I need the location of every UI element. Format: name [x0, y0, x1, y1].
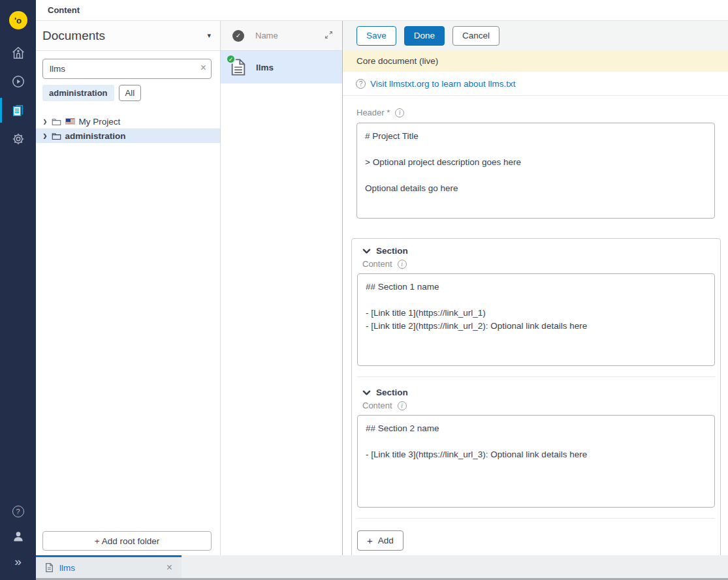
tree-item-label: administration	[65, 131, 126, 141]
done-button[interactable]: Done	[404, 26, 445, 46]
expand-panel-icon[interactable]	[324, 30, 333, 42]
home-icon[interactable]	[0, 38, 36, 67]
chevron-down-icon[interactable]: ▾	[207, 31, 211, 40]
section-title: Section	[376, 246, 408, 256]
logo-glyph: 'o	[14, 16, 22, 25]
filter-chip-administration[interactable]: administration	[42, 85, 114, 101]
search-input[interactable]	[42, 59, 212, 79]
info-icon[interactable]: i	[395, 108, 404, 117]
header-field-textarea[interactable]: # Project Title > Optional project descr…	[356, 123, 715, 219]
check-glyph: ✓	[229, 56, 234, 63]
live-check-badge: ✓	[226, 54, 236, 64]
chevron-down-icon[interactable]	[362, 248, 371, 254]
documents-icon[interactable]	[0, 96, 36, 125]
chevron-down-icon[interactable]	[362, 389, 371, 396]
list-item-llms[interactable]: ✓ llms	[221, 51, 342, 84]
section-header[interactable]: Section	[357, 388, 715, 397]
document-editor-panel: Save Done Cancel Core document (live) ? …	[342, 21, 728, 555]
cancel-button[interactable]: Cancel	[452, 26, 499, 46]
documents-panel-header[interactable]: Documents ▾	[36, 21, 220, 51]
close-tab-icon[interactable]: ×	[166, 562, 172, 573]
section-divider	[357, 376, 715, 377]
top-bar: Content	[36, 0, 728, 21]
help-icon[interactable]: ?	[0, 499, 36, 524]
header-field-label-row: Header * i	[356, 108, 715, 117]
status-banner-text: Core document (live)	[356, 56, 438, 66]
content-label: Content	[362, 259, 392, 269]
header-field-label: Header *	[356, 108, 390, 117]
section-block-1: Section Content i ## Section 1 name - [L…	[357, 246, 715, 366]
content-label-row: Content i	[357, 259, 715, 269]
info-glyph: i	[401, 403, 403, 409]
add-section-label: Add	[378, 536, 394, 545]
section-title: Section	[376, 388, 408, 397]
info-glyph: i	[399, 110, 401, 116]
filter-chip-all[interactable]: All	[119, 85, 141, 101]
chevron-right-icon[interactable]: ❯	[42, 119, 47, 125]
chevron-right-icon[interactable]: ❯	[42, 133, 47, 139]
open-document-tab-llms[interactable]: llms ×	[36, 555, 182, 578]
user-icon[interactable]	[0, 524, 36, 549]
document-icon	[45, 562, 54, 573]
section-header[interactable]: Section	[357, 246, 715, 256]
double-chevron-glyph: »	[14, 555, 22, 568]
tree-item-administration[interactable]: ❯ administration	[36, 129, 220, 143]
content-label: Content	[362, 401, 392, 410]
section-1-textarea[interactable]: ## Section 1 name - [Link title 1](https…	[357, 273, 715, 366]
llmstxt-help-link[interactable]: Visit llmstxt.org to learn about llms.tx…	[370, 79, 516, 89]
plus-icon: +	[367, 535, 373, 546]
status-banner: Core document (live)	[343, 50, 728, 72]
column-header-name[interactable]: Name	[255, 31, 324, 40]
info-icon[interactable]: i	[398, 260, 407, 269]
clear-search-icon[interactable]: ×	[200, 62, 206, 74]
folder-icon	[52, 132, 61, 140]
app-window: 'o	[0, 0, 728, 580]
section-2-textarea[interactable]: ## Section 2 name - [Link title 3](https…	[357, 415, 715, 508]
us-flag-icon	[65, 118, 75, 125]
documents-panel-title: Documents	[42, 29, 105, 43]
folder-icon	[52, 117, 61, 126]
select-all-icon[interactable]: ✓	[232, 30, 244, 42]
editor-body: Header * i # Project Title > Optional pr…	[343, 96, 728, 555]
bloomreach-logo[interactable]: 'o	[9, 11, 27, 29]
section-divider	[357, 518, 715, 519]
play-channels-icon[interactable]	[0, 67, 36, 96]
section-block-2: Section Content i ## Section 2 name - [L…	[357, 388, 715, 508]
documents-panel: Documents ▾ × administration All ❯ My Pr…	[36, 21, 221, 555]
check-glyph: ✓	[236, 32, 241, 39]
info-icon[interactable]: i	[398, 401, 407, 410]
list-header: ✓ Name	[221, 21, 342, 51]
bottom-tab-strip: llms ×	[36, 555, 728, 580]
expand-sidebar-icon[interactable]: »	[0, 549, 36, 573]
editor-toolbar: Save Done Cancel	[343, 21, 728, 50]
help-link-row: ? Visit llmstxt.org to learn about llms.…	[343, 72, 728, 96]
sections-container: Section Content i ## Section 1 name - [L…	[351, 238, 721, 555]
add-root-folder-button[interactable]: + Add root folder	[42, 531, 212, 551]
question-circle-icon: ?	[356, 79, 366, 89]
document-list-panel: ✓ Name ✓ llms	[221, 21, 342, 555]
settings-gear-icon[interactable]	[0, 125, 36, 153]
tree-item-my-project[interactable]: ❯ My Project	[36, 114, 220, 129]
add-section-button[interactable]: + Add	[357, 530, 404, 551]
document-icon: ✓	[230, 58, 246, 76]
list-item-label: llms	[256, 63, 274, 72]
info-glyph: i	[401, 261, 403, 267]
folder-tree: ❯ My Project ❯ administration	[36, 114, 220, 143]
app-sidebar: 'o	[0, 0, 36, 580]
page-title: Content	[48, 5, 80, 15]
save-button[interactable]: Save	[356, 26, 396, 46]
filter-chips: administration All	[42, 85, 220, 101]
tab-label: llms	[59, 563, 161, 573]
content-label-row: Content i	[357, 401, 715, 410]
search-wrapper: ×	[42, 59, 212, 79]
question-glyph: ?	[16, 508, 20, 515]
tree-item-label: My Project	[79, 117, 121, 127]
question-glyph: ?	[359, 80, 363, 87]
